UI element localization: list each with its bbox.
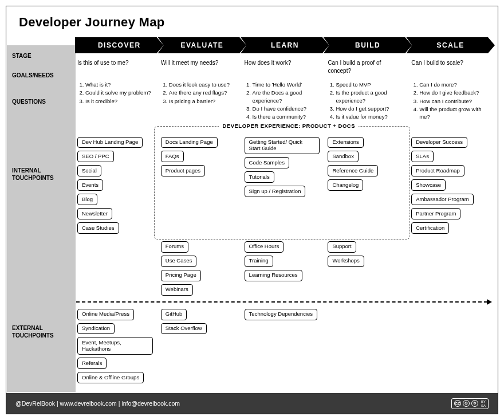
touchpoint-chip: Online & Offline Groups: [77, 372, 144, 383]
touchpoint-chip: Online Media/Press: [77, 309, 134, 320]
touchpoint-chip: GitHub: [161, 309, 187, 320]
question-item: Is the product a good experience?: [336, 89, 403, 104]
labels-column-bg: [7, 45, 76, 392]
devexp-label: DEVELOPER EXPERIENCE: PRODUCT + DOCS: [219, 123, 359, 129]
question-item: How do I get support?: [336, 105, 403, 112]
touchpoint-chip: Product Roadmap: [411, 165, 464, 176]
footer: @DevRelBook | www.devrelbook.com | info@…: [6, 393, 498, 414]
touchpoint-chip: Support: [328, 241, 356, 253]
question-item: Are there any red flags?: [169, 89, 237, 96]
by-icon: ⊙: [463, 400, 470, 407]
touchpoint-chip: Workshops: [328, 256, 364, 267]
page-title: Developer Journey Map: [6, 6, 498, 33]
stage-arrow-scale: SCALE: [406, 37, 495, 53]
touchpoint-chip: Docs Landing Page: [161, 137, 218, 148]
question-item: Are the Docs a good experience?: [253, 89, 320, 104]
touchpoint-chip: Changelog: [328, 179, 363, 191]
external-col-2: Technology Dependencies: [242, 307, 322, 385]
cc-icon: CC: [454, 400, 461, 407]
touchpoint-chip: Product pages: [161, 165, 205, 176]
touchpoint-chip: Forums: [161, 241, 188, 253]
external-col-4: [409, 307, 489, 385]
question-item: Is it credible?: [85, 97, 153, 105]
internal-out-col-0: [75, 240, 155, 297]
label-stage: STAGE: [12, 52, 32, 60]
internal-col-0: Dev Hub Landing PageSEO / PPCSocialEvent…: [75, 135, 155, 235]
internal-out-col-3: SupportWorkshops: [325, 240, 405, 297]
touchpoint-chip: Training: [245, 256, 273, 267]
touchpoint-chip: Sandbox: [328, 151, 359, 162]
goals-row: Is this of use to me? Will it meet my ne…: [75, 53, 498, 76]
stage-arrow-discover: DISCOVER: [75, 37, 164, 53]
touchpoint-chip: Developer Success: [411, 137, 467, 148]
internal-out-col-2: Office HoursTrainingLearning Resources: [242, 240, 322, 297]
diagram-frame: Developer Journey Map STAGE GOALS/NEEDS …: [6, 6, 498, 414]
touchpoint-chip: Tutorials: [245, 171, 274, 183]
touchpoint-chip: Blog: [77, 194, 97, 205]
goal-scale: Can I build to scale?: [409, 59, 489, 76]
content-area: DISCOVER EVALUATE LEARN BUILD SCALE Is t…: [75, 37, 498, 385]
label-questions: QUESTIONS: [12, 98, 46, 105]
touchpoint-chip: SEO / PPC: [77, 151, 114, 162]
touchpoint-chip: Reference Guide: [328, 165, 378, 176]
stage-arrow-build: BUILD: [324, 37, 412, 53]
touchpoint-chip: Learning Resources: [245, 270, 302, 281]
goal-evaluate: Will it meet my needs?: [159, 59, 239, 76]
sa-icon: ↻: [471, 400, 478, 407]
internal-out-col-4: [409, 240, 489, 297]
external-col-1: GitHubStack Overflow: [159, 307, 239, 385]
internal-out-col-1: ForumsUse CasesPricing PageWebinars: [159, 240, 239, 297]
question-item: What is it?: [85, 81, 153, 88]
internal-inbox-col-2: Getting Started/ Quick Start GuideCode S…: [242, 135, 322, 235]
touchpoint-chip: Ambassador Program: [411, 194, 473, 205]
goal-build: Can I build a proof of concept?: [325, 59, 405, 76]
touchpoint-chip: Dev Hub Landing Page: [77, 137, 143, 148]
stage-arrow-evaluate: EVALUATE: [158, 37, 247, 53]
touchpoint-chip: Newsletter: [77, 208, 112, 219]
questions-col-4: Can I do more?How do I give feedback?How…: [409, 81, 489, 129]
question-item: Is there a community?: [253, 113, 320, 120]
touchpoint-chip: Office Hours: [245, 241, 284, 253]
touchpoint-chip: Pricing Page: [161, 270, 201, 281]
touchpoint-chip: Use Cases: [161, 256, 196, 267]
question-item: How can I contribute?: [419, 97, 487, 105]
question-item: Speed to MVP: [336, 81, 403, 88]
question-item: Is it value for money?: [336, 113, 403, 120]
touchpoint-chip: Certification: [411, 222, 449, 234]
internal-inbox-row: Dev Hub Landing PageSEO / PPCSocialEvent…: [75, 135, 498, 235]
touchpoint-chip: Webinars: [161, 284, 193, 296]
footer-text: @DevRelBook | www.devrelbook.com | info@…: [15, 400, 180, 407]
question-item: Is pricing a barrier?: [169, 97, 237, 105]
question-item: Does it look easy to use?: [169, 81, 237, 88]
cc-license: CC ⊙ ↻ BY SA: [451, 398, 489, 409]
question-item: Could it solve my problem?: [85, 89, 153, 96]
internal-col-4: Developer SuccessSLAsProduct RoadmapShow…: [409, 135, 489, 235]
touchpoint-chip: Case Studies: [77, 222, 119, 234]
label-external: EXTERNALTOUCHPOINTS: [12, 324, 54, 339]
cc-badge: CC ⊙ ↻ BY SA: [451, 398, 489, 409]
stage-row: DISCOVER EVALUATE LEARN BUILD SCALE: [75, 37, 498, 53]
touchpoint-chip: Sign up / Registration: [245, 186, 306, 197]
internal-inbox-col-1: Docs Landing PageFAQsProduct pages: [159, 135, 239, 235]
question-item: Will the product grow with me?: [419, 105, 487, 121]
stage-arrow-learn: LEARN: [241, 37, 329, 53]
question-item: Do I have confidence?: [253, 105, 320, 112]
touchpoint-chip: Referals: [77, 358, 107, 369]
external-col-0: Online Media/PressSyndicationEvent, Meet…: [75, 307, 155, 385]
touchpoint-chip: Code Samples: [245, 157, 289, 168]
label-goals: GOALS/NEEDS: [12, 72, 54, 79]
internal-out-row: ForumsUse CasesPricing PageWebinarsOffic…: [75, 240, 498, 297]
arrow-right-icon: [487, 299, 492, 305]
touchpoint-chip: Stack Overflow: [161, 323, 207, 335]
touchpoint-chip: Showcase: [411, 179, 446, 191]
questions-row: What is it?Could it solve my problem?Is …: [75, 76, 498, 129]
touchpoint-chip: Events: [77, 179, 103, 191]
goal-discover: Is this of use to me?: [75, 59, 155, 76]
questions-col-0: What is it?Could it solve my problem?Is …: [75, 81, 155, 129]
dashed-divider: [76, 301, 487, 303]
cc-sublabels: BY SA: [481, 400, 486, 407]
touchpoint-chip: Partner Program: [411, 208, 460, 219]
touchpoint-chip: Social: [77, 165, 101, 176]
touchpoint-chip: Event, Meetups, Hackathons: [77, 337, 153, 355]
touchpoint-chip: Getting Started/ Quick Start Guide: [245, 137, 320, 155]
